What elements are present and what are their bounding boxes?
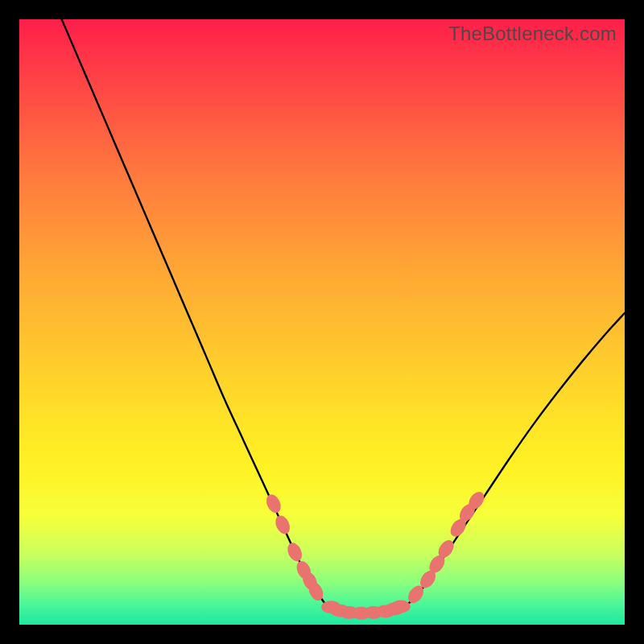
curve-marker xyxy=(391,600,411,613)
curve-marker xyxy=(264,492,284,515)
bottleneck-curve-chart xyxy=(19,19,625,625)
curve-marker xyxy=(285,541,305,564)
plot-frame: TheBottleneck.com xyxy=(19,19,625,625)
curve-markers xyxy=(264,489,488,619)
curve-marker xyxy=(273,514,293,537)
v-curve xyxy=(62,19,625,614)
